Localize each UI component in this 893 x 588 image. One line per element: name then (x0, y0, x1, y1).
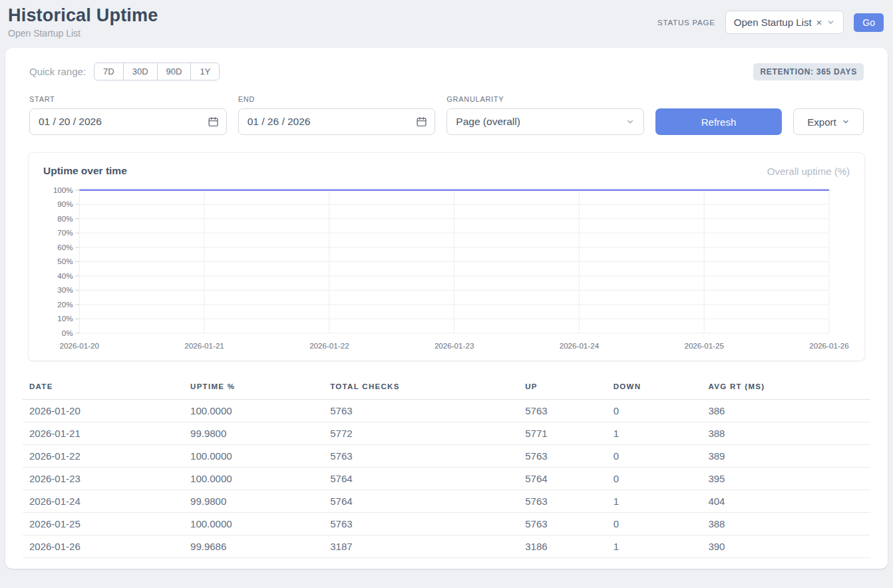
export-label: Export (807, 116, 836, 128)
table-row: 2026-01-2699.9686318731861390 (23, 535, 870, 557)
go-button[interactable]: Go (854, 13, 884, 32)
chevron-down-icon (826, 18, 835, 27)
table-row: 2026-01-22100.0000576357630389 (23, 444, 870, 467)
table-row: 2026-01-2499.9800576457631404 (23, 490, 870, 512)
table-cell: 2026-01-21 (23, 422, 184, 444)
table-cell: 100.0000 (184, 467, 323, 490)
table-cell: 2026-01-24 (23, 490, 184, 512)
svg-text:20%: 20% (57, 300, 73, 309)
svg-text:90%: 90% (57, 200, 73, 208)
table-cell: 99.9800 (184, 490, 323, 512)
calendar-icon[interactable] (416, 116, 427, 128)
granularity-field: GRANULARITY Page (overall) (446, 95, 644, 135)
table-cell: 1 (607, 490, 702, 512)
column-header: DOWN (607, 377, 702, 400)
table-header-row: DATEUPTIME %TOTAL CHECKSUPDOWNAVG RT (MS… (23, 377, 870, 400)
main-card: Quick range: 7D30D90D1Y RETENTION: 365 D… (5, 48, 888, 569)
table-cell: 2026-01-26 (23, 535, 184, 557)
table-cell: 388 (701, 422, 870, 444)
table-cell: 2026-01-25 (23, 512, 184, 535)
table-cell: 5763 (323, 512, 518, 535)
status-page-select[interactable]: Open Startup List × (725, 11, 844, 34)
quick-range-label: Quick range: (29, 66, 86, 77)
svg-text:0%: 0% (62, 329, 73, 337)
svg-text:100%: 100% (53, 186, 73, 194)
svg-text:2026-01-25: 2026-01-25 (684, 341, 723, 350)
svg-text:2026-01-24: 2026-01-24 (560, 341, 600, 350)
table-cell: 5763 (518, 512, 606, 535)
quick-range-30d[interactable]: 30D (123, 63, 158, 80)
granularity-select[interactable]: Page (overall) (446, 108, 644, 135)
table-cell: 388 (701, 512, 870, 535)
end-date-field: END (238, 95, 436, 135)
column-header: UP (518, 377, 606, 400)
table-row: 2026-01-25100.0000576357630388 (23, 512, 870, 535)
page-title: Historical Uptime (8, 5, 158, 26)
table-cell: 100.0000 (184, 512, 323, 535)
svg-text:60%: 60% (57, 243, 73, 251)
column-header: TOTAL CHECKS (323, 377, 518, 400)
status-page-label: STATUS PAGE (657, 19, 715, 27)
table-cell: 395 (701, 467, 870, 490)
svg-text:2026-01-20: 2026-01-20 (60, 341, 100, 350)
uptime-chart: 0%10%20%30%40%50%60%70%80%90%100%2026-01… (43, 184, 850, 355)
svg-text:2026-01-21: 2026-01-21 (184, 341, 224, 350)
table-cell: 0 (607, 512, 702, 535)
table-cell: 100.0000 (184, 399, 323, 422)
quick-range-90d[interactable]: 90D (157, 63, 192, 80)
status-page-value: Open Startup List (734, 17, 812, 28)
table-cell: 0 (607, 399, 702, 422)
svg-text:10%: 10% (57, 314, 73, 323)
clear-icon[interactable]: × (816, 17, 822, 27)
table-body: 2026-01-20100.00005763576303862026-01-21… (23, 399, 870, 557)
table-cell: 0 (607, 444, 702, 467)
svg-text:50%: 50% (57, 257, 73, 265)
title-block: Historical Uptime Open Startup List (8, 5, 158, 39)
chevron-down-icon (842, 118, 850, 126)
filters-row: START END GRANULARITY Page (overall) (29, 95, 864, 135)
start-date-input[interactable] (29, 108, 227, 135)
table-cell: 5763 (518, 490, 606, 512)
start-label: START (29, 95, 227, 103)
column-header: AVG RT (MS) (701, 377, 870, 400)
column-header: UPTIME % (184, 377, 323, 400)
end-label: END (238, 95, 436, 103)
header-controls: STATUS PAGE Open Startup List × Go (657, 11, 884, 34)
table-cell: 5763 (323, 399, 518, 422)
chart-title: Uptime over time (43, 165, 127, 177)
chart-card: Uptime over time Overall uptime (%) 0%10… (28, 152, 865, 361)
quick-range-1y[interactable]: 1Y (190, 63, 220, 80)
page-subtitle: Open Startup List (8, 28, 158, 39)
quick-range-row: Quick range: 7D30D90D1Y RETENTION: 365 D… (29, 63, 864, 80)
table-cell: 3186 (518, 535, 606, 557)
granularity-label: GRANULARITY (446, 95, 644, 103)
table-cell: 5763 (518, 444, 606, 467)
table-row: 2026-01-20100.0000576357630386 (23, 399, 870, 422)
calendar-icon[interactable] (208, 116, 219, 128)
svg-text:80%: 80% (57, 214, 73, 223)
table-cell: 404 (701, 490, 870, 512)
table-cell: 100.0000 (184, 444, 323, 467)
table-cell: 5772 (323, 422, 518, 444)
top-header: Historical Uptime Open Startup List STAT… (0, 0, 893, 45)
table-cell: 390 (701, 535, 870, 557)
refresh-button[interactable]: Refresh (655, 108, 782, 135)
table-cell: 5764 (518, 467, 606, 490)
export-button[interactable]: Export (793, 108, 864, 135)
table-cell: 5763 (323, 444, 518, 467)
table-cell: 0 (607, 467, 702, 490)
table-cell: 5764 (323, 467, 518, 490)
chevron-down-icon (625, 117, 635, 126)
quick-range-7d[interactable]: 7D (94, 63, 124, 80)
table-cell: 3187 (323, 535, 518, 557)
table-cell: 1 (607, 422, 702, 444)
table-cell: 2026-01-20 (23, 399, 184, 422)
column-header: DATE (23, 377, 184, 400)
table-cell: 1 (607, 535, 702, 557)
end-date-input[interactable] (238, 108, 436, 135)
table-cell: 5763 (518, 399, 606, 422)
table-cell: 2026-01-23 (23, 467, 184, 490)
table-cell: 389 (701, 444, 870, 467)
granularity-value: Page (overall) (456, 116, 520, 128)
chart-legend-label: Overall uptime (%) (767, 166, 850, 177)
